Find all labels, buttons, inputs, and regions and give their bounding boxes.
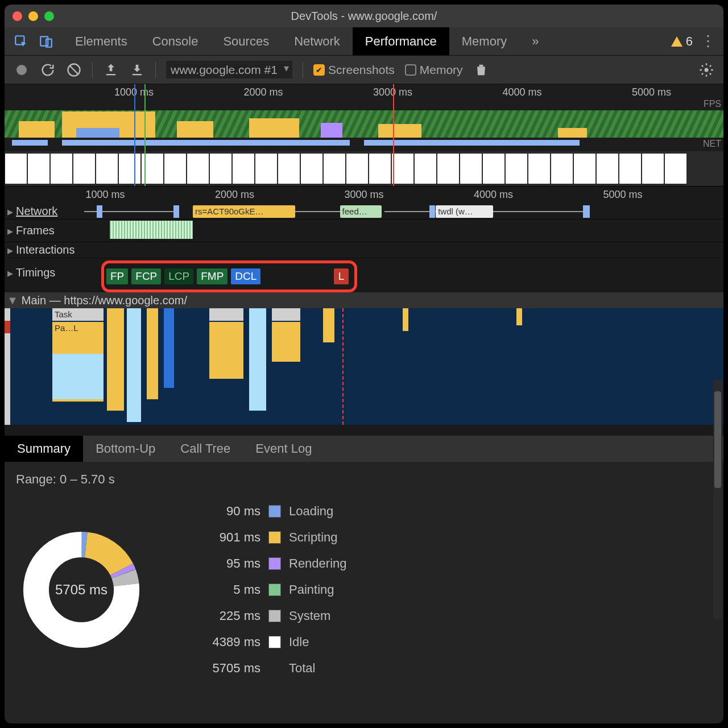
screenshot-thumb[interactable] <box>324 154 345 184</box>
screenshot-thumb[interactable] <box>73 154 95 184</box>
frames-track[interactable]: ▸ Frames <box>5 220 723 242</box>
screenshot-thumb[interactable] <box>574 154 595 184</box>
main-thread-header[interactable]: ▼ Main — https://www.google.com/ <box>5 292 723 308</box>
tab-network[interactable]: Network <box>282 27 353 55</box>
tab-memory[interactable]: Memory <box>449 27 519 55</box>
screenshot-thumb[interactable] <box>460 154 482 184</box>
btab-eventlog[interactable]: Event Log <box>243 436 324 462</box>
timing-load[interactable]: L <box>334 268 349 284</box>
memory-checkbox[interactable]: Memory <box>405 63 463 77</box>
screenshot-thumb[interactable] <box>28 154 49 184</box>
legend-label: Loading <box>289 504 333 519</box>
screenshot-thumb[interactable] <box>437 154 459 184</box>
task-block[interactable]: Task <box>52 308 104 321</box>
screenshot-thumb[interactable] <box>642 154 664 184</box>
network-track[interactable]: ▸ Network rs=ACT90oGkE…feed…twdl (w… <box>5 204 723 220</box>
ruler-tick: 2000 ms <box>215 189 254 201</box>
screenshots-checkbox[interactable]: ✔ Screenshots <box>313 63 395 77</box>
timings-track[interactable]: ▸ Timings FP FCP LCP FMP DCL L <box>5 258 723 292</box>
reload-record-button[interactable] <box>40 62 56 78</box>
screenshot-thumb[interactable] <box>619 154 641 184</box>
summary-tabs: Summary Bottom-Up Call Tree Event Log <box>5 436 723 462</box>
panel-tabs: Elements Console Sources Network Perform… <box>5 27 723 56</box>
gear-icon[interactable] <box>698 62 714 78</box>
tabs-overflow[interactable]: » <box>519 27 551 55</box>
legend-label: System <box>289 609 330 623</box>
screenshot-thumb[interactable] <box>96 154 118 184</box>
screenshot-thumb[interactable] <box>5 154 27 184</box>
legend-total-label: Total <box>289 661 315 676</box>
screenshot-thumb[interactable] <box>301 154 322 184</box>
flamechart-panel[interactable]: 1000 ms2000 ms3000 ms4000 ms5000 ms600 ▸… <box>5 187 723 436</box>
tab-sources[interactable]: Sources <box>210 27 282 55</box>
interactions-track[interactable]: ▸ Interactions <box>5 242 723 258</box>
screenshot-thumb[interactable] <box>483 154 504 184</box>
legend-row: 4389 ms Idle <box>198 635 347 650</box>
screenshot-thumb[interactable] <box>255 154 277 184</box>
screenshot-thumb[interactable] <box>164 154 186 184</box>
legend-value: 225 ms <box>198 609 260 623</box>
load-line <box>342 308 344 425</box>
screenshot-thumb[interactable] <box>187 154 209 184</box>
warnings-badge[interactable]: 6 <box>671 34 693 49</box>
screenshot-thumb[interactable] <box>210 154 231 184</box>
legend-label: Scripting <box>289 530 338 545</box>
overview-panel[interactable]: 1000 ms2000 ms3000 ms4000 ms5000 ms FPS … <box>5 84 723 187</box>
btab-summary[interactable]: Summary <box>5 436 83 462</box>
trash-icon[interactable] <box>473 62 489 78</box>
legend-total-value: 5705 ms <box>198 661 260 676</box>
warning-count: 6 <box>686 34 693 49</box>
screenshot-thumb[interactable] <box>369 154 391 184</box>
screenshot-thumb[interactable] <box>665 154 686 184</box>
network-request[interactable]: twdl (w… <box>436 205 493 218</box>
main-flame-chart[interactable]: Task Pa…L <box>5 308 723 425</box>
expand-icon[interactable]: ▸ <box>5 224 16 238</box>
window-title: DevTools - www.google.com/ <box>5 10 723 23</box>
expand-icon[interactable]: ▸ <box>5 266 16 280</box>
vertical-scrollbar[interactable] <box>713 380 722 619</box>
btab-bottomup[interactable]: Bottom-Up <box>83 436 168 462</box>
legend-row: 901 ms Scripting <box>198 530 347 545</box>
parse-block[interactable]: Pa…L <box>52 322 104 334</box>
timing-fmp[interactable]: FMP <box>197 268 228 284</box>
kebab-menu-icon[interactable]: ⋮ <box>701 32 713 50</box>
checkbox-off-icon <box>405 64 416 76</box>
tab-performance[interactable]: Performance <box>353 27 449 55</box>
svg-point-6 <box>705 68 709 72</box>
expand-icon[interactable]: ▸ <box>5 243 16 257</box>
tab-elements[interactable]: Elements <box>63 27 140 55</box>
screenshot-thumb[interactable] <box>528 154 550 184</box>
screenshot-thumb[interactable] <box>119 154 140 184</box>
timing-lcp[interactable]: LCP <box>164 268 193 284</box>
screenshot-thumb[interactable] <box>346 154 368 184</box>
screenshot-thumb[interactable] <box>51 154 72 184</box>
screenshot-thumb[interactable] <box>597 154 618 184</box>
download-icon[interactable] <box>129 62 145 78</box>
overview-ruler: 1000 ms2000 ms3000 ms4000 ms5000 ms <box>5 84 723 100</box>
screenshot-thumb[interactable] <box>278 154 300 184</box>
screenshot-thumb[interactable] <box>551 154 573 184</box>
screenshot-thumb[interactable] <box>415 154 436 184</box>
recording-select[interactable]: www.google.com #1 <box>166 61 292 78</box>
inspect-icon[interactable] <box>14 34 28 49</box>
screenshot-thumb[interactable] <box>392 154 413 184</box>
timing-fcp[interactable]: FCP <box>131 268 161 284</box>
timing-dcl[interactable]: DCL <box>231 268 260 284</box>
detail-ruler: 1000 ms2000 ms3000 ms4000 ms5000 ms600 <box>5 187 723 204</box>
screenshot-thumb[interactable] <box>506 154 527 184</box>
legend-value: 901 ms <box>198 530 260 545</box>
record-button[interactable] <box>14 62 30 78</box>
device-toggle-icon[interactable] <box>39 34 53 49</box>
legend-row: 90 ms Loading <box>198 504 347 519</box>
expand-icon[interactable]: ▸ <box>5 205 16 218</box>
timing-fp[interactable]: FP <box>106 268 128 284</box>
screenshot-thumb[interactable] <box>233 154 254 184</box>
tab-console[interactable]: Console <box>140 27 211 55</box>
network-request[interactable]: rs=ACT90oGkE… <box>193 205 295 218</box>
screenshot-filmstrip[interactable] <box>5 151 723 186</box>
clear-button[interactable] <box>66 62 82 78</box>
network-request[interactable]: feed… <box>340 205 382 218</box>
btab-calltree[interactable]: Call Tree <box>168 436 243 462</box>
upload-icon[interactable] <box>103 62 119 78</box>
ruler-tick: 2000 ms <box>244 86 283 98</box>
